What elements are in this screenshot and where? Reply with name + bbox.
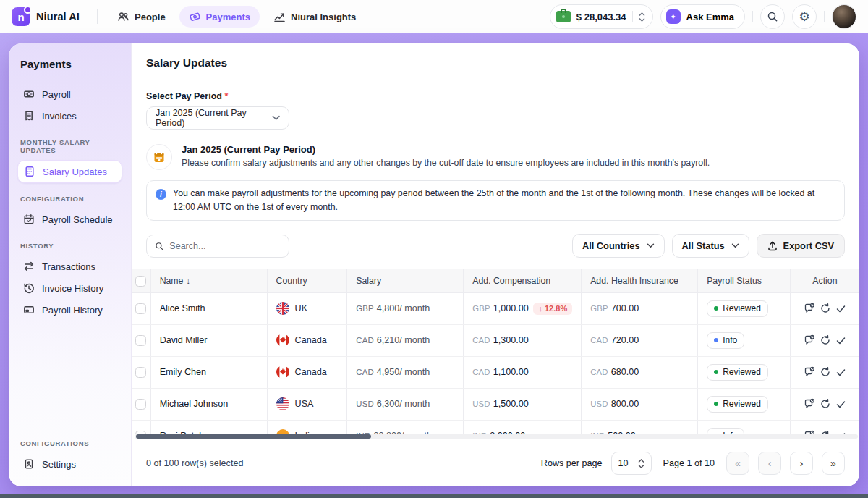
first-page-button[interactable]: « [726, 452, 749, 475]
sidebar-item-settings[interactable]: Settings [17, 453, 122, 475]
column-header-status[interactable]: Payroll Status [698, 269, 791, 292]
column-header-compensation[interactable]: Add. Compensation [464, 269, 582, 292]
payroll-status-badge: Info [707, 428, 744, 434]
sidebar-item-invoice-history[interactable]: Invoice History [17, 277, 122, 299]
refresh-icon[interactable] [820, 334, 831, 346]
row-checkbox[interactable] [135, 303, 146, 314]
sidebar-item-transactions[interactable]: Transactions [17, 256, 122, 277]
approve-check-icon[interactable] [835, 399, 846, 410]
status-filter[interactable]: All Status [672, 234, 749, 258]
refresh-icon[interactable] [820, 430, 831, 434]
approve-check-icon[interactable] [835, 367, 846, 378]
payroll-status-badge: Reviewed [707, 364, 768, 381]
comment-status-icon[interactable] [804, 366, 815, 378]
comment-status-icon[interactable] [804, 303, 815, 314]
refresh-icon[interactable] [820, 303, 831, 314]
table-row[interactable]: Ravi Patel India INR32,800/ month INR2,0… [132, 420, 859, 434]
nav-item-people[interactable]: People [108, 6, 175, 28]
last-page-button[interactable]: » [822, 452, 845, 475]
employee-name: Ravi Patel [150, 420, 267, 434]
insurance-currency: INR [590, 431, 605, 434]
approve-check-icon[interactable] [835, 431, 846, 434]
sidebar-section-label: HISTORY [20, 242, 119, 250]
sidebar-item-payroll-schedule[interactable]: Payroll Schedule [17, 208, 122, 230]
insurance-currency: USD [590, 400, 608, 408]
approve-check-icon[interactable] [835, 303, 846, 314]
sidebar-item-payroll[interactable]: Payroll [17, 83, 122, 105]
horizontal-scrollbar[interactable] [135, 434, 858, 439]
table-row[interactable]: Michael Johnson USA USD6,300/ month USD1… [132, 388, 859, 420]
table-row[interactable]: Alice Smith UK GBP4,800/ month GBP1,000.… [132, 292, 859, 324]
top-nav: PeoplePaymentsNiural Insights [108, 6, 365, 28]
table-footer: 0 of 100 row(s) selected Rows per page 1… [132, 440, 859, 486]
wallet-icon [556, 11, 571, 22]
row-checkbox[interactable] [135, 399, 146, 410]
topbar: n Niural AI PeoplePaymentsNiural Insight… [0, 0, 868, 33]
chevron-updown-icon[interactable] [639, 12, 645, 22]
row-checkbox[interactable] [135, 431, 146, 434]
balance-pill[interactable]: $ 28,043.34 [550, 4, 653, 29]
salary-table: Name↓ Country Salary Add. Compensation A… [132, 269, 859, 434]
sidebar-item-salary-updates[interactable]: Salary Updates [17, 160, 122, 183]
column-header-name[interactable]: Name↓ [150, 269, 267, 292]
salary-amount: 4,800/ month [377, 303, 430, 313]
row-checkbox[interactable] [135, 335, 146, 346]
refresh-icon[interactable] [820, 366, 831, 378]
pay-period-value: Jan 2025 (Current Pay Period) [156, 108, 272, 128]
comment-status-icon[interactable] [804, 398, 815, 410]
select-all-checkbox[interactable] [135, 276, 146, 287]
receipt-icon [23, 110, 35, 122]
chevron-updown-icon [638, 459, 644, 468]
sidebar-item-payroll-history[interactable]: Payroll History [17, 299, 122, 321]
status-dot-icon [714, 402, 718, 406]
search-input[interactable] [169, 241, 281, 251]
table-row[interactable]: Emily Chen Canada CAD4,950/ month CAD1,1… [132, 356, 859, 388]
search-box[interactable] [146, 235, 289, 258]
brand[interactable]: n Niural AI [12, 7, 80, 26]
scrollbar-thumb[interactable] [136, 434, 371, 439]
next-page-button[interactable]: › [790, 452, 813, 475]
approve-check-icon[interactable] [835, 335, 846, 346]
window-bottom-edge [0, 494, 868, 498]
refresh-icon[interactable] [820, 398, 831, 410]
search-icon [767, 11, 778, 22]
insurance-amount: 700.00 [611, 303, 639, 313]
prev-page-button[interactable]: ‹ [758, 452, 781, 475]
sidebar-item-label: Invoices [42, 111, 77, 122]
divider [752, 11, 753, 22]
insurance-currency: GBP [590, 304, 608, 313]
sidebar-item-invoices[interactable]: Invoices [17, 105, 122, 127]
search-button[interactable] [760, 4, 785, 29]
pay-period-label-text: Select Pay Period [146, 91, 222, 101]
table-row[interactable]: David Miller Canada CAD6,210/ month CAD1… [132, 324, 859, 356]
settings-icon [23, 458, 35, 470]
comment-status-icon[interactable] [804, 430, 815, 434]
nav-item-niural-insights[interactable]: Niural Insights [264, 6, 365, 28]
column-header-salary[interactable]: Salary [347, 269, 464, 292]
column-header-country[interactable]: Country [267, 269, 347, 292]
country-filter[interactable]: All Countries [572, 234, 665, 258]
people-icon [117, 11, 129, 22]
nav-item-payments[interactable]: Payments [179, 6, 260, 28]
compensation-currency: USD [472, 400, 490, 408]
column-header-insurance[interactable]: Add. Health Insurance [582, 269, 698, 292]
flag-usa-icon [276, 397, 289, 410]
nav-label: People [135, 12, 166, 22]
export-csv-button[interactable]: Export CSV [757, 234, 845, 258]
sidebar-item-label: Invoice History [42, 283, 103, 294]
user-avatar[interactable] [832, 4, 856, 29]
main-panel: Salary Updates Select Pay Period * Jan 2… [132, 43, 859, 486]
pay-period-select[interactable]: Jan 2025 (Current Pay Period) [146, 106, 289, 130]
info-icon: i [156, 189, 166, 200]
rows-per-page-select[interactable]: 10 [611, 452, 652, 475]
rows-per-page-value: 10 [618, 458, 629, 468]
country-name: UK [295, 303, 308, 313]
comment-status-icon[interactable] [804, 334, 815, 346]
settings-button[interactable]: ⚙ [792, 4, 817, 29]
rows-per-page-label: Rows per page [541, 458, 603, 468]
flag-uk-icon [276, 302, 289, 315]
ask-emma-button[interactable]: ✦ Ask Emma [660, 4, 745, 29]
row-checkbox[interactable] [135, 367, 146, 378]
employee-name: Michael Johnson [150, 388, 267, 420]
country-name: Canada [295, 367, 327, 377]
